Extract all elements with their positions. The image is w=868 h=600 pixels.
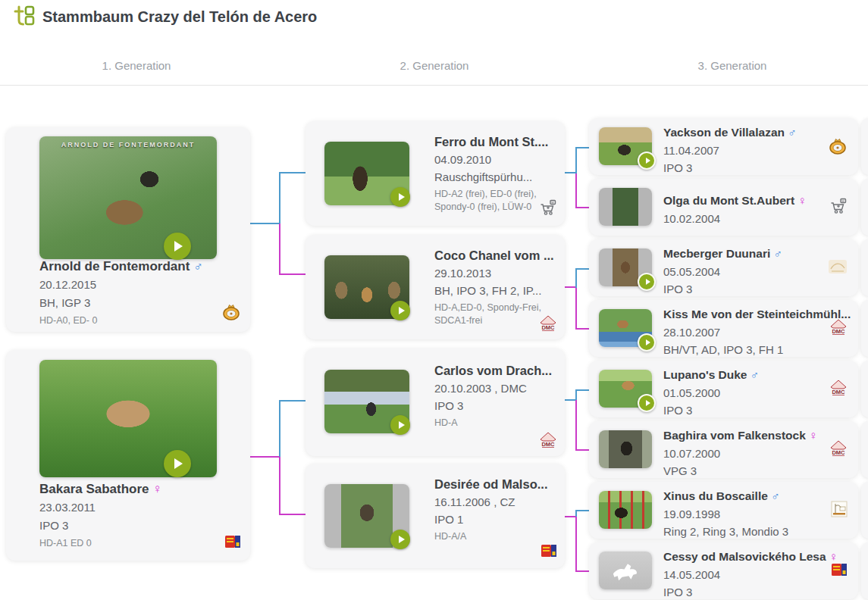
dog-name: Kiss Me von der Steinteichmühl... [663,305,851,323]
dog-photo[interactable] [599,491,652,529]
female-gender-icon: ♀ [809,429,818,442]
dog-photo-placeholder[interactable] [599,552,652,589]
svg-text:DMC: DMC [832,327,845,334]
pedigree-connector-line [575,173,577,208]
pedigree-connector-line [279,400,306,402]
play-icon [646,400,650,406]
pedigree-connector-line [575,268,589,270]
dog-card-ferro[interactable]: Ferro du Mont St.... 04.09.2010 Rauschgi… [306,121,565,226]
dog-card-arnold[interactable]: ARNOLD DE FONTEMORDANT Arnold de Fontemo… [6,127,250,332]
training-titles: Rauschgiftspürhu... [434,168,565,186]
dog-name: Cessy od Malsovického Lesa [663,550,826,563]
dog-card-mecberger[interactable]: Mecberger Duunari ♂ 05.05.2004 IPO 3 [589,239,858,296]
play-video-button[interactable] [390,301,410,320]
next-generation-card-sliver[interactable] [861,118,868,175]
next-generation-card-sliver[interactable] [861,239,868,296]
dog-photo[interactable] [599,430,652,468]
ringsport-club-badge-icon[interactable] [831,501,848,520]
training-titles: IPO 3 [663,402,759,419]
pedigree-connector-line [279,457,280,514]
next-generation-card-sliver[interactable] [861,421,868,478]
play-video-button[interactable] [638,333,656,352]
pedigree-connector-line [575,449,589,451]
dog-card-baghira[interactable]: Baghira vom Falkenstock ♀ 10.07.2000 VPG… [589,421,858,478]
birth-date: 29.10.2013 [434,264,565,282]
pedigree-connector-line [575,268,577,288]
pedigree-connector-line [565,286,575,288]
training-titles: IPO 3 [663,159,797,177]
gold-crest-badge-icon[interactable] [221,302,241,324]
dmc-club-badge-icon[interactable]: DMC [829,440,848,460]
pedigree-connector-line [575,400,577,450]
dog-card-lupanos-duke[interactable]: Lupano's Duke ♂ 01.05.2000 IPO 3 DMC [589,361,858,417]
dog-card-bakara[interactable]: Bakara Sabathore ♀ 23.03.2011 IPO 3 HD-A… [6,350,250,561]
pedigree-connector-line [575,207,589,208]
next-generation-card-sliver[interactable] [861,300,868,357]
pedigree-connector-line [575,147,577,173]
photo-caption: ARNOLD DE FONTEMORDANT [39,141,217,148]
pedigree-connector-line [565,399,575,401]
birth-date: 10.07.2000 [663,445,818,462]
play-video-button[interactable] [390,415,410,435]
birth-date: 04.09.2010 [434,151,565,168]
gold-crest-badge-icon[interactable] [828,136,848,158]
dmc-club-badge-icon[interactable]: DMC [539,432,557,452]
generation-2-label: 2. Generation [400,59,469,72]
dog-card-xinus[interactable]: Xinus du Boscaille ♂ 19.09.1998 Ring 2, … [589,482,858,539]
next-generation-card-sliver[interactable] [861,179,868,236]
dog-name: Xinus du Boscaille [663,489,768,502]
pedigree-connector-line [279,172,280,223]
training-titles: BH, IPO 3, FH 2, IP... [434,282,565,299]
dog-photo[interactable] [599,188,652,226]
pedigree-connector-line [250,223,279,224]
play-video-button[interactable] [638,394,656,412]
next-generation-card-sliver[interactable] [861,542,868,599]
dog-name: Carlos vom Drach... [434,362,565,380]
czech-club-badge-icon[interactable] [541,542,557,562]
dog-card-carlos[interactable]: Carlos vom Drach... 20.10.2003 , DMC IPO… [306,348,565,456]
male-gender-icon: ♂ [788,126,797,139]
shopping-cart-icon[interactable] [539,198,557,220]
dog-name: Mecberger Duunari [663,247,770,260]
czech-club-badge-icon[interactable] [831,561,848,581]
play-video-button[interactable] [638,273,656,291]
play-video-button[interactable] [638,152,656,170]
dog-card-coco-chanel[interactable]: Coco Chanel vom ... 29.10.2013 BH, IPO 3… [306,235,565,339]
dmc-club-badge-icon[interactable]: DMC [539,315,557,335]
play-video-button[interactable] [164,450,191,477]
working-dog-logo-icon[interactable] [12,5,36,27]
birth-date: 16.11.2006 , CZ [434,493,565,511]
play-video-button[interactable] [390,530,410,549]
dog-name: Coco Chanel vom ... [434,247,565,264]
dog-card-desiree[interactable]: Desirée od Malso... 16.11.2006 , CZ IPO … [306,464,565,568]
pedigree-connector-line [565,172,575,173]
training-titles: BH/VT, AD, IPO 3, FH 1 [663,341,851,358]
play-icon [646,339,650,345]
female-gender-icon: ♀ [797,194,807,207]
dmc-club-badge-icon[interactable]: DMC [829,380,848,399]
next-generation-card-sliver[interactable] [861,482,868,539]
dog-card-cessy[interactable]: Cessy od Malsovického Lesa ♀ 14.05.2004 … [589,542,858,599]
next-generation-card-sliver[interactable] [861,361,868,417]
shopping-cart-icon[interactable] [829,197,848,218]
dog-photo[interactable]: ARNOLD DE FONTEMORDANT [39,136,217,259]
dog-name: Arnold de Fontemordant [39,259,190,273]
app-header: Stammbaum Crazy del Telón de Acero [0,0,868,48]
play-video-button[interactable] [390,187,410,207]
dog-card-olga[interactable]: Olga du Mont St.Aubert ♀ 10.02.2004 [589,179,858,236]
dog-card-kiss-me[interactable]: Kiss Me von der Steinteichmühl... 28.10.… [589,300,858,357]
training-titles: BH, IGP 3 [39,294,203,312]
training-titles: Ring 2, Ring 3, Mondio 3 [663,523,788,540]
pedigree-connector-line [279,172,306,173]
pedigree-connector-line [575,570,589,572]
play-icon [399,193,405,201]
faded-club-badge-icon[interactable] [828,259,848,277]
czech-club-badge-icon[interactable] [224,533,241,553]
play-video-button[interactable] [164,233,191,260]
birth-date: 28.10.2007 [663,323,851,341]
dmc-club-badge-icon[interactable]: DMC [829,319,848,339]
dog-card-yackson[interactable]: Yackson de Villalazan ♂ 11.04.2007 IPO 3 [589,118,858,175]
svg-text:DMC: DMC [541,324,555,331]
health-results: HD-A0, ED- 0 [39,314,203,327]
birth-date: 20.12.2015 [39,276,203,294]
